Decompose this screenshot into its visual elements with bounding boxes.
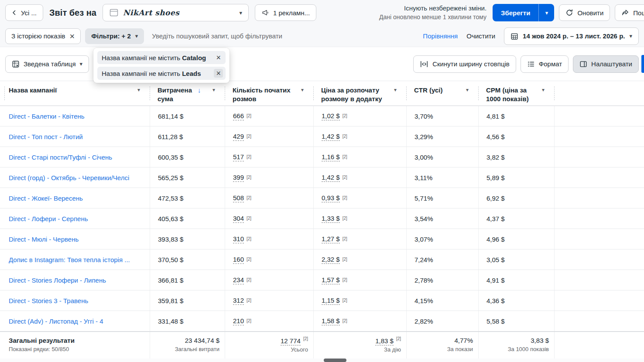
ad-account-filter-button[interactable]: 1 рекламн...	[255, 4, 316, 21]
conversations-value[interactable]: 160	[233, 256, 244, 264]
cost-value[interactable]: 1,15 $	[322, 297, 340, 305]
table-row: Direct - Stories Лофери - Липень366,81 $…	[0, 270, 644, 290]
column-header-cpm[interactable]: CPM (ціна за 1000 показів) ▾	[478, 81, 554, 106]
campaign-link[interactable]: Direct (горд) - Октябрь - Черевики/Челсі	[9, 174, 129, 181]
account-selector[interactable]: NikArt shoes ▾	[103, 4, 249, 21]
ctr-value: 4,15%	[414, 297, 433, 304]
caret-down-icon[interactable]: ▾	[542, 87, 545, 92]
horizontal-scrollbar[interactable]	[0, 359, 644, 362]
ctr-cell: 3,54%	[406, 208, 478, 229]
cpm-cell: 3,05 $	[478, 249, 554, 270]
conversations-cell: 310[2]	[225, 229, 313, 249]
conversations-value[interactable]: 304	[233, 215, 244, 223]
report-table: Назва кампанії ▾ Витрачена сума↓ ▾ Кільк…	[0, 81, 644, 359]
view-type-button[interactable]: Зведена таблиця ▾	[5, 55, 89, 73]
cost-value[interactable]: 1,02 $	[322, 112, 340, 120]
conversations-value[interactable]: 310	[233, 235, 244, 243]
cost-value[interactable]: 2,32 $	[322, 256, 340, 264]
cpm-value: 4,91 $	[486, 277, 505, 284]
footnote-marker: [2]	[343, 134, 347, 139]
footer-empty-cell	[554, 332, 644, 359]
close-icon[interactable]: ×	[214, 69, 223, 78]
horizontal-scrollbar-thumb[interactable]	[324, 359, 346, 362]
cost-value[interactable]: 1,33 $	[322, 215, 340, 223]
conversations-value[interactable]: 399	[233, 174, 244, 182]
history-filter-chip[interactable]: З історією показів ×	[5, 28, 81, 44]
footnote-marker: [2]	[247, 216, 251, 221]
clear-link[interactable]: Очистити	[466, 32, 495, 40]
back-button[interactable]: Усі ...	[5, 4, 43, 21]
campaign-link[interactable]: Direct - Мюлі - Червень	[9, 236, 79, 243]
campaign-link[interactable]: Direct - Stories 3 - Травень	[9, 297, 88, 304]
table-body: Direct - Балетки - Квітень681,14 $666[2]…	[0, 106, 644, 331]
cost-value[interactable]: 1,16 $	[322, 153, 340, 161]
spent-cell: 359,81 $	[150, 290, 225, 311]
column-header-ctr[interactable]: CTR (усі) ▾	[406, 81, 478, 106]
caret-down-icon[interactable]: ▾	[212, 87, 215, 92]
refresh-button[interactable]: Оновити	[559, 4, 610, 21]
caret-down-icon[interactable]: ▾	[466, 87, 469, 92]
cpm-cell: 4,36 $	[478, 290, 554, 311]
save-options-button[interactable]: ▾	[538, 4, 554, 21]
column-header-spent[interactable]: Витрачена сума↓ ▾	[150, 81, 225, 106]
column-header-conversations[interactable]: Кількість початих розмов ▾	[225, 81, 313, 106]
reset-column-width-button[interactable]: Скинути ширину стовпців	[413, 55, 516, 73]
conversations-cell: 666[2]	[225, 106, 313, 126]
cpm-value: 3,82 $	[486, 154, 505, 161]
ctr-cell: 3,29%	[406, 126, 478, 147]
spent-cell: 472,53 $	[150, 188, 225, 208]
caret-down-icon[interactable]: ▾	[301, 87, 304, 92]
campaign-link[interactable]: Direct (Adv) - Листопад - Уггі - 4	[9, 318, 103, 325]
cpm-cell: 4,81 $	[478, 106, 554, 126]
cost-cell: 1,58 $[2]	[313, 311, 406, 331]
filters-chip[interactable]: Фільтри: + 2 ▾	[85, 28, 144, 44]
save-button[interactable]: Зберегти	[493, 4, 538, 21]
campaign-link[interactable]: Direct - Жокеї- Вересень	[9, 195, 83, 202]
conversations-cell: 508[2]	[225, 188, 313, 208]
share-button[interactable]: Пош...	[615, 4, 644, 21]
close-icon[interactable]: ×	[70, 32, 75, 41]
data-updated-text: Дані оновлено менше 1 хвилини тому	[379, 13, 486, 21]
footnote-marker: [2]	[343, 257, 347, 262]
campaign-link[interactable]: Допис в Instagram: Твоя тепла історія ..…	[9, 256, 130, 263]
campaign-link[interactable]: Direct - Топ пост - Лютий	[9, 133, 83, 140]
table-row: Direct (Adv) - Листопад - Уггі - 4331,48…	[0, 311, 644, 331]
format-button[interactable]: Формат	[521, 55, 569, 73]
conversations-value[interactable]: 312	[233, 297, 244, 305]
caret-down-icon[interactable]: ▾	[394, 87, 397, 92]
table-row: Direct - Топ пост - Лютий611,28 $429[2]1…	[0, 126, 644, 147]
campaign-link[interactable]: Direct - Stories Лофери - Липень	[9, 277, 106, 284]
cost-cell: 2,32 $[2]	[313, 249, 406, 270]
conversations-value[interactable]: 517	[233, 153, 244, 161]
cost-value[interactable]: 1,42 $	[322, 174, 340, 182]
campaign-link[interactable]: Direct - Балетки - Квітень	[9, 113, 85, 120]
empty-cell	[554, 126, 644, 147]
column-header-campaign-name[interactable]: Назва кампанії ▾	[0, 81, 150, 106]
footnote-marker: [2]	[247, 154, 251, 159]
conversations-value[interactable]: 508	[233, 194, 244, 202]
cost-value[interactable]: 1,42 $	[322, 133, 340, 141]
cost-value[interactable]: 1,57 $	[322, 276, 340, 284]
campaign-link[interactable]: Direct - Старі пости/Туфлі - Січень	[9, 154, 112, 161]
cost-cell: 1,02 $[2]	[313, 106, 406, 126]
cost-value[interactable]: 1,27 $	[322, 235, 340, 243]
cpm-value: 4,36 $	[486, 297, 505, 304]
column-header-cost-per-conversation[interactable]: Ціна за розпочату розмову в додатку ▾	[313, 81, 406, 106]
date-range-picker[interactable]: 14 жов 2024 р. – 13 лист. 2026 р. ▾	[504, 27, 639, 45]
search-input[interactable]	[148, 28, 418, 44]
format-label: Формат	[539, 60, 562, 68]
cost-value[interactable]: 0,93 $	[322, 194, 340, 202]
cost-value[interactable]: 1,58 $	[322, 317, 340, 325]
conversations-value[interactable]: 429	[233, 133, 244, 141]
spent-value: 681,14 $	[158, 113, 183, 120]
table-row: Direct (горд) - Октябрь - Черевики/Челсі…	[0, 167, 644, 188]
customize-button[interactable]: Налаштувати	[573, 55, 639, 73]
footnote-marker: [2]	[247, 113, 251, 118]
conversations-value[interactable]: 210	[233, 317, 244, 325]
close-icon[interactable]: ×	[214, 53, 223, 62]
comparison-link[interactable]: Порівняння	[423, 32, 458, 40]
campaign-link[interactable]: Direct - Лофери - Серпень	[9, 215, 88, 222]
conversations-value[interactable]: 666	[233, 112, 244, 120]
conversations-value[interactable]: 234	[233, 276, 244, 284]
caret-down-icon[interactable]: ▾	[137, 87, 140, 92]
